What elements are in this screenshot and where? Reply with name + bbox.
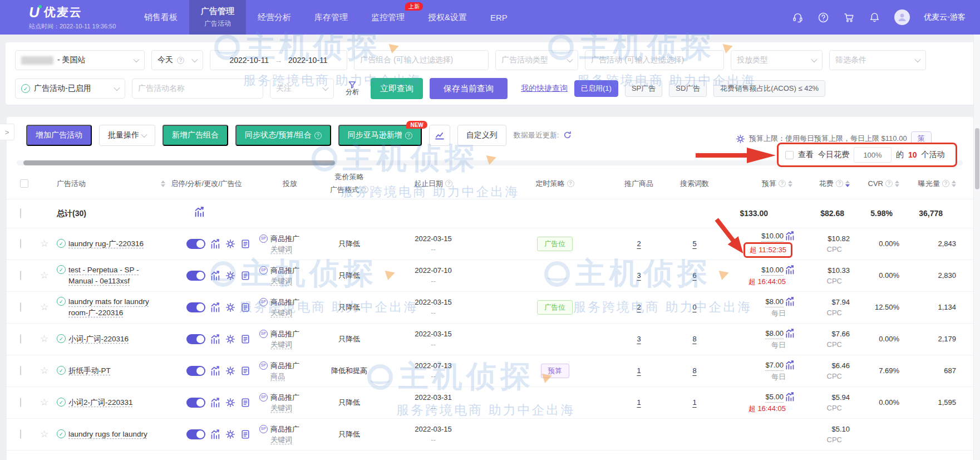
analysis-chart-icon[interactable] [210, 366, 220, 376]
campaign-name-link[interactable]: laundry rug-广-220316 [68, 238, 144, 249]
star-icon[interactable]: ☆ [40, 397, 48, 408]
info-icon[interactable]: ? [314, 132, 322, 139]
products-count-link[interactable]: 2 [637, 303, 641, 311]
sort-campaign[interactable] [161, 180, 165, 187]
save-current-query-button[interactable]: 保存当前查询 [430, 78, 508, 99]
budget-value[interactable]: $10.00 [761, 231, 784, 242]
row-checkbox[interactable] [20, 366, 21, 375]
placement-doc-icon[interactable] [240, 398, 250, 408]
date-preset-select[interactable]: 今天 ? [151, 50, 203, 70]
row-checkbox[interactable] [20, 239, 21, 248]
info-icon[interactable]: ? [836, 180, 843, 187]
placement-doc-icon[interactable] [240, 302, 250, 312]
analysis-chart-icon[interactable] [210, 302, 220, 312]
trend-chart-button[interactable] [429, 125, 450, 146]
campaign-status-select[interactable]: ✓ 广告活动-已启用 [15, 79, 125, 99]
products-count-link[interactable]: 1 [637, 398, 641, 407]
campaign-filter-input[interactable]: 广告活动 (可输入过滤选择) [585, 50, 724, 70]
follow-select[interactable]: 关注 [270, 79, 334, 99]
cart-icon[interactable] [843, 12, 855, 23]
analysis-chart-icon[interactable] [210, 429, 220, 439]
star-icon[interactable]: ☆ [40, 238, 48, 249]
custom-columns-button[interactable]: 自定义列 [457, 125, 506, 146]
campaign-toggle[interactable] [186, 398, 205, 408]
sort-impressions[interactable] [952, 180, 956, 187]
campaign-toggle[interactable] [186, 429, 205, 439]
placement-doc-icon[interactable] [240, 271, 250, 281]
summary-checkbox[interactable] [20, 208, 21, 218]
timer-chip-placement[interactable]: 广告位 [537, 300, 573, 315]
portfolio-filter-input[interactable]: 广告组合 (可输入过滤选择) [354, 50, 489, 70]
search-terms-link[interactable]: 6 [692, 271, 696, 280]
sort-budget[interactable] [788, 180, 792, 187]
campaign-toggle[interactable] [186, 302, 205, 312]
settings-gear-icon[interactable] [225, 398, 235, 408]
sort-spend[interactable] [845, 180, 850, 187]
select-all-checkbox[interactable] [20, 179, 28, 188]
sync-status-budget-button[interactable]: 同步状态/预算/组合? [235, 125, 331, 146]
campaign-name-link[interactable]: laundry mats for laundry room-广-220316 [68, 296, 165, 318]
date-range-picker[interactable]: 2022-10-11 → 2022-10-11 [210, 50, 347, 70]
settings-gear-icon[interactable] [225, 239, 235, 249]
search-terms-link[interactable]: 0 [692, 303, 696, 311]
row-checkbox[interactable] [20, 429, 21, 439]
analysis-chart-icon[interactable] [210, 398, 220, 408]
placement-doc-icon[interactable] [240, 366, 250, 376]
analyze-button[interactable]: 分析 [341, 81, 364, 96]
info-icon[interactable]: ? [885, 180, 893, 187]
search-terms-link[interactable]: 5 [692, 239, 696, 248]
campaign-toggle[interactable] [186, 366, 205, 376]
menu-item-ad-management[interactable]: 广告管理 广告活动 [189, 0, 246, 35]
sync-amazon-new-button[interactable]: 同步亚马逊新增? NEW [338, 125, 422, 146]
analysis-chart-icon[interactable] [210, 271, 220, 281]
search-terms-link[interactable]: 8 [692, 366, 696, 375]
search-terms-link[interactable]: 1 [692, 398, 696, 407]
budget-chart-icon[interactable] [785, 392, 795, 402]
vertical-scrollbar-thumb[interactable] [975, 128, 979, 189]
add-campaign-button[interactable]: 增加广告活动 [26, 125, 92, 146]
username[interactable]: 优麦云-游客 [924, 12, 966, 22]
targeting-type-link[interactable]: 关键词 [270, 434, 292, 446]
avatar[interactable] [894, 9, 910, 25]
targeting-type-link[interactable]: 关键词 [270, 403, 292, 414]
budget-value[interactable]: $5.00 [765, 392, 784, 403]
placement-doc-icon[interactable] [240, 239, 250, 249]
refresh-icon[interactable] [563, 131, 572, 140]
campaign-toggle[interactable] [186, 271, 205, 281]
info-icon[interactable]: ? [361, 186, 368, 193]
percent-input[interactable]: 100% [854, 147, 892, 163]
products-count-link[interactable]: 3 [637, 335, 641, 343]
targeting-type-link[interactable]: 关键词 [270, 307, 292, 319]
campaign-type-select[interactable]: 广告活动类型 [495, 50, 578, 70]
budget-chart-icon[interactable] [785, 297, 795, 306]
campaign-name-link[interactable]: 小词2-广词-220331 [68, 397, 133, 408]
budget-chart-icon[interactable] [785, 360, 795, 370]
quick-chip-acos[interactable]: 花费销售额占比(ACOS) ≤ 42% [713, 80, 825, 97]
info-icon[interactable]: ? [177, 57, 184, 64]
products-count-link[interactable]: 2 [637, 239, 641, 248]
menu-item-monitoring[interactable]: 监控管理 上新 [360, 0, 416, 35]
menu-item-sales-board[interactable]: 销售看板 [132, 0, 189, 35]
quick-chip-sp[interactable]: SP广告 [625, 80, 662, 97]
row-checkbox[interactable] [20, 398, 21, 407]
notification-bell-icon[interactable] [869, 12, 880, 23]
budget-value[interactable]: $8.00 [765, 296, 784, 308]
panel-expander-button[interactable]: > [0, 124, 14, 140]
placement-doc-icon[interactable] [240, 334, 250, 344]
star-icon[interactable]: ☆ [40, 270, 48, 281]
row-checkbox[interactable] [20, 334, 21, 344]
budget-value[interactable]: $8.00 [765, 328, 784, 340]
budget-value[interactable]: $10.00 [761, 265, 784, 276]
targeting-type-select[interactable]: 投放类型 [731, 50, 823, 70]
info-icon[interactable]: ? [405, 132, 412, 139]
condition-select[interactable]: 筛选条件 [829, 50, 926, 70]
timer-chip-budget[interactable]: 预算 [541, 364, 569, 378]
site-select[interactable]: - 美国站 [15, 50, 145, 70]
help-icon[interactable] [818, 12, 829, 23]
menu-item-business-analysis[interactable]: 经营分析 [246, 0, 303, 35]
info-icon[interactable]: ? [779, 180, 786, 187]
settings-gear-icon[interactable] [225, 334, 235, 344]
campaign-name-input[interactable]: 广告活动名称 [132, 79, 263, 99]
campaign-name-link[interactable]: laundry rugs for laundry [68, 429, 147, 440]
sort-cvr[interactable] [895, 180, 899, 187]
